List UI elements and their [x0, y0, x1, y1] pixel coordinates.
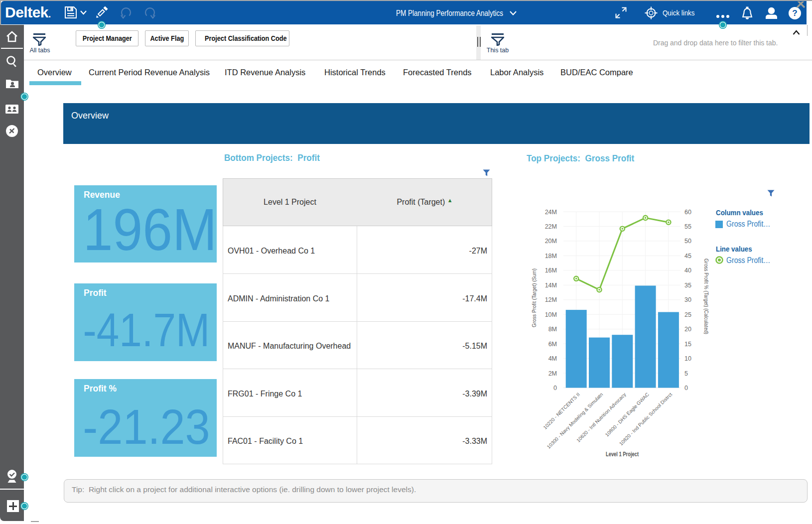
svg-text:30: 30 [684, 296, 691, 303]
svg-text:25: 25 [684, 311, 691, 318]
svg-text:50: 50 [684, 238, 691, 245]
svg-text:22M: 22M [545, 223, 557, 230]
svg-text:24M: 24M [545, 209, 557, 216]
svg-text:12M: 12M [545, 296, 557, 303]
svg-text:10220 - NETCENTS II: 10220 - NETCENTS II [542, 392, 581, 430]
svg-text:20M: 20M [545, 238, 557, 245]
svg-text:0: 0 [684, 385, 688, 392]
svg-text:60: 60 [684, 209, 691, 216]
svg-text:Gross Profit (Target) (Sum): Gross Profit (Target) (Sum) [531, 268, 537, 327]
svg-text:Level 1 Project: Level 1 Project [606, 450, 639, 458]
svg-text:16M: 16M [545, 267, 557, 274]
svg-text:55: 55 [684, 223, 691, 230]
svg-text:2M: 2M [548, 370, 557, 377]
svg-text:6M: 6M [548, 341, 557, 348]
svg-text:14M: 14M [545, 282, 557, 289]
svg-text:18M: 18M [545, 253, 557, 260]
svg-text:Gross Profit % (Target) (Calcu: Gross Profit % (Target) (Calculated) [703, 259, 709, 334]
svg-text:10800 - DHS Eagle GWAC: 10800 - DHS Eagle GWAC [604, 392, 650, 437]
svg-text:10M: 10M [545, 311, 557, 318]
svg-text:45: 45 [684, 253, 691, 260]
svg-text:5: 5 [684, 370, 688, 377]
svg-text:0: 0 [553, 385, 557, 392]
svg-text:35: 35 [684, 282, 691, 289]
svg-text:10620 - Intl Nutrition Advocac: 10620 - Intl Nutrition Advocacy [575, 392, 627, 443]
svg-text:10: 10 [684, 355, 691, 362]
svg-text:4M: 4M [548, 355, 557, 362]
svg-text:15: 15 [684, 341, 691, 348]
svg-text:8M: 8M [548, 326, 557, 333]
svg-text:40: 40 [684, 267, 691, 274]
svg-text:20: 20 [684, 326, 691, 333]
